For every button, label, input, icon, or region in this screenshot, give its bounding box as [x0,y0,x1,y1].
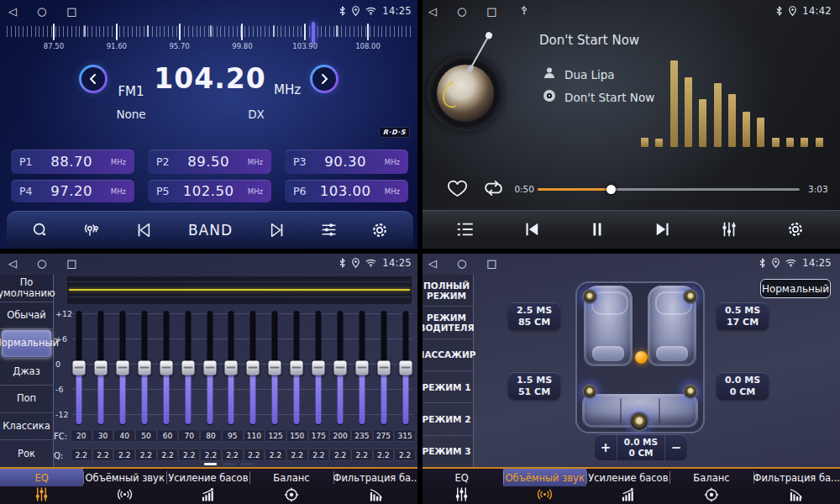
rear-right-speaker-icon[interactable] [683,384,698,399]
slider-thumb[interactable] [116,361,129,375]
fc-value-chip[interactable]: 80 [200,429,222,442]
eq-band-slider[interactable] [377,309,391,427]
slider-thumb[interactable] [247,361,260,375]
repeat-button[interactable] [477,178,510,201]
slider-thumb[interactable] [138,361,150,375]
fc-value-chip[interactable]: 125 [265,429,286,442]
eq-preset-item[interactable]: Поп [0,386,53,413]
q-value-chip[interactable]: 2.2 [113,449,135,461]
front-left-speaker-icon[interactable] [582,289,597,304]
stations-button[interactable] [80,219,103,241]
rear-left-delay-button[interactable]: 1.5 MS 51 CM [508,372,560,400]
nav-recents-icon[interactable]: □ [486,6,496,17]
eq-band-slider[interactable] [224,309,238,427]
tab-bass-boost[interactable]: Усиление басов [586,469,669,504]
slider-thumb[interactable] [399,361,412,375]
eq-band-slider[interactable] [290,309,303,427]
rear-right-delay-button[interactable]: 0.0 MS 0 CM [717,372,769,400]
previous-track-button[interactable] [521,219,543,239]
slider-thumb[interactable] [377,361,390,375]
next-station-button[interactable] [266,220,288,240]
center-speaker-icon[interactable] [629,412,649,432]
listening-mode-item[interactable]: РЕЖИМ 3 [420,436,473,467]
equalizer-button[interactable] [718,218,740,240]
slider-thumb[interactable] [334,361,347,375]
settings-button[interactable] [785,218,806,240]
nav-back-icon[interactable]: ◁ [428,258,437,269]
page-dash[interactable] [223,463,235,465]
playlist-button[interactable] [454,218,476,240]
fc-value-chip[interactable]: 40 [113,429,135,442]
q-value-chip[interactable]: 2.2 [308,449,330,461]
nav-back-icon[interactable]: ◁ [8,258,17,269]
q-value-chip[interactable]: 2.2 [135,449,157,461]
settings-button[interactable] [369,219,391,241]
nav-recents-icon[interactable]: □ [66,258,76,269]
front-right-speaker-icon[interactable] [683,289,698,304]
q-value-chip[interactable]: 2.2 [329,449,351,461]
tab-bass-boost[interactable]: Усиление басов [166,469,249,504]
tab-filter[interactable]: Фильтрация ба... [753,469,840,504]
tab-eq[interactable]: EQ [0,469,83,504]
eq-band-slider[interactable] [312,309,325,427]
scan-search-button[interactable] [29,219,51,241]
q-value-chip[interactable]: 2.2 [373,449,395,461]
eq-preset-item[interactable]: Рок [0,440,53,467]
listening-position-marker[interactable] [635,351,648,364]
front-right-delay-button[interactable]: 0.5 MS 17 CM [717,302,769,330]
eq-band-slider[interactable] [72,309,86,427]
listening-mode-item[interactable]: ПОЛНЫЙ РЕЖИМ [420,275,473,307]
nav-recents-icon[interactable]: □ [66,6,76,17]
tune-up-button[interactable] [310,65,339,93]
nav-home-icon[interactable]: ○ [37,6,46,17]
radio-preset-button[interactable]: P5102.50MHz [148,180,271,202]
nav-home-icon[interactable]: ○ [457,6,466,17]
delay-increase-button[interactable]: + [595,434,617,460]
rear-left-speaker-icon[interactable] [582,384,597,399]
eq-band-slider[interactable] [138,309,151,427]
fc-value-chip[interactable]: 50 [135,429,157,442]
fc-value-chip[interactable]: 315 [394,429,416,442]
tab-eq[interactable]: EQ [420,469,503,504]
slider-thumb[interactable] [94,361,107,375]
q-value-chip[interactable]: 2.2 [265,449,286,461]
q-value-chip[interactable]: 2.2 [286,449,308,461]
eq-preset-item[interactable]: Обычай [0,302,53,330]
slider-thumb[interactable] [225,361,238,375]
eq-band-slider[interactable] [399,309,412,427]
eq-preset-item[interactable]: Классика [0,413,53,441]
listening-mode-item[interactable]: ПАССАЖИР [420,339,473,371]
radio-preset-button[interactable]: P390.30MHz [285,150,408,174]
eq-band-slider[interactable] [355,309,369,427]
delay-decrease-button[interactable]: − [665,434,687,460]
q-value-chip[interactable]: 2.2 [244,449,265,461]
seek-bar-thumb[interactable] [606,185,616,194]
fc-value-chip[interactable]: 95 [222,429,244,442]
eq-band-slider[interactable] [116,309,129,427]
eq-band-slider[interactable] [181,309,195,427]
slider-thumb[interactable] [269,361,281,375]
nav-recents-icon[interactable]: □ [486,258,496,269]
audio-settings-button[interactable] [318,219,340,240]
fc-value-chip[interactable]: 275 [373,429,395,442]
fc-value-chip[interactable]: 30 [92,429,114,442]
listening-mode-item[interactable]: РЕЖИМ ВОДИТЕЛЯ [420,307,473,339]
q-value-chip[interactable]: 2.2 [222,449,244,461]
seek-bar[interactable] [538,188,800,191]
q-value-chip[interactable]: 2.2 [394,449,416,461]
radio-preset-button[interactable]: P6103.00MHz [285,180,408,202]
nav-home-icon[interactable]: ○ [37,258,46,269]
fc-value-chip[interactable]: 60 [157,429,179,442]
nav-back-icon[interactable]: ◁ [428,6,437,17]
fc-value-chip[interactable]: 200 [329,429,351,442]
fc-value-chip[interactable]: 110 [244,429,265,442]
q-value-chip[interactable]: 2.2 [157,449,179,461]
q-value-chip[interactable]: 2.2 [71,449,92,461]
slider-thumb[interactable] [203,361,216,375]
band-button[interactable]: BAND [183,221,238,239]
eq-band-slider[interactable] [268,309,281,427]
nav-home-icon[interactable]: ○ [457,258,466,269]
front-left-delay-button[interactable]: 2.5 MS 85 CM [508,302,560,330]
previous-station-button[interactable] [133,220,155,240]
eq-band-slider[interactable] [333,309,347,427]
